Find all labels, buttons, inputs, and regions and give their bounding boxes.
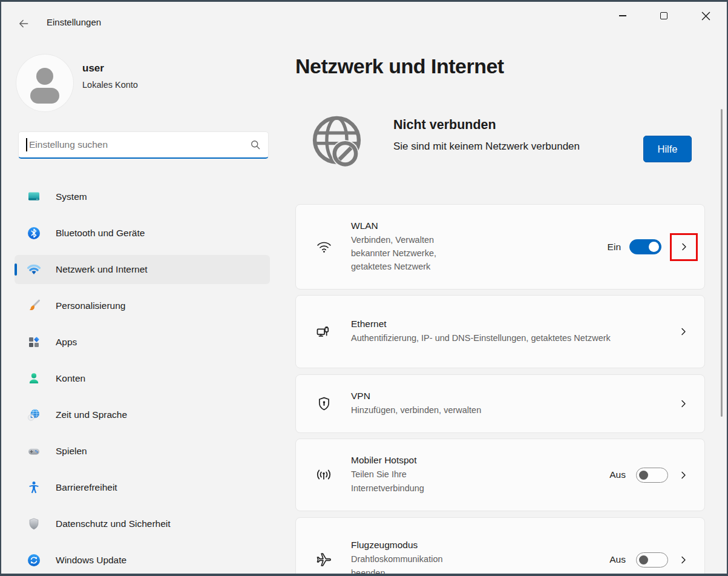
sidebar-item-windows-update[interactable]: Windows Update [15, 546, 270, 575]
sidebar-item-label: Apps [56, 337, 77, 348]
wifi-icon [316, 239, 332, 255]
airplane-icon [315, 551, 332, 568]
card-title: Flugzeugmodus [351, 540, 457, 551]
toggle-state-label: Aus [609, 469, 626, 480]
apps-icon [27, 335, 41, 349]
search-icon [249, 139, 261, 151]
bluetooth-icon [27, 226, 41, 240]
hotspot-icon [315, 466, 332, 483]
toggle-knob [649, 242, 659, 252]
account-type: Lokales Konto [82, 80, 138, 90]
text-caret [26, 138, 27, 151]
sidebar-item-personalization[interactable]: Personalisierung [15, 291, 270, 320]
card-subtitle: Drahtloskommunikation beenden [351, 552, 457, 576]
card-title: Mobiler Hotspot [351, 455, 442, 466]
sidebar-item-label: Konten [56, 373, 85, 384]
sidebar-item-accounts[interactable]: Konten [15, 364, 270, 393]
connection-status: Nicht verbunden Sie sind mit keinem Netz… [295, 108, 705, 176]
windows-update-icon [27, 553, 41, 568]
network-icon [27, 262, 41, 277]
card-title: VPN [351, 391, 481, 402]
sidebar-item-bluetooth[interactable]: Bluetooth und Geräte [15, 219, 270, 248]
sidebar-item-label: Zeit und Sprache [56, 409, 127, 420]
card-subtitle: Verbinden, Verwalten bekannter Netzwerke… [351, 233, 454, 273]
avatar [16, 55, 73, 111]
vpn-card[interactable]: VPN Hinzufügen, verbinden, verwalten [295, 374, 705, 433]
settings-cards: WLAN Verbinden, Verwalten bekannter Netz… [295, 204, 705, 576]
toggle-state-label: Ein [608, 242, 621, 253]
accessibility-icon [27, 480, 41, 495]
sidebar-item-privacy[interactable]: Datenschutz und Sicherheit [15, 509, 270, 538]
status-subtitle: Sie sind mit keinem Netzwerk verbunden [393, 141, 580, 153]
card-subtitle: Authentifizierung, IP- und DNS-Einstellu… [351, 331, 611, 345]
toggle-knob [639, 471, 648, 480]
airplane-mode-toggle[interactable] [636, 552, 668, 568]
chevron-right-icon[interactable] [678, 399, 689, 409]
sidebar-item-label: Spielen [56, 446, 87, 457]
main-content: Netzwerk und Internet Nicht verbunden Si… [295, 0, 705, 576]
privacy-icon [27, 517, 41, 531]
time-language-icon [27, 408, 41, 422]
toggle-knob [639, 555, 648, 564]
ethernet-icon [315, 323, 332, 340]
help-button[interactable]: Hilfe [643, 136, 692, 162]
chevron-right-icon[interactable] [679, 242, 689, 252]
sidebar-item-gaming[interactable]: Spielen [15, 437, 270, 466]
user-name: user [82, 62, 104, 74]
status-title: Nicht verbunden [393, 118, 580, 133]
wlan-toggle[interactable] [629, 239, 661, 254]
search-input[interactable] [18, 131, 269, 159]
hotspot-toggle[interactable] [636, 468, 668, 483]
sidebar-item-label: System [56, 191, 87, 202]
sidebar-item-accessibility[interactable]: Barrierefreiheit [15, 473, 270, 502]
sidebar-item-label: Bluetooth und Geräte [56, 228, 145, 239]
sidebar-item-label: Datenschutz und Sicherheit [56, 518, 171, 529]
sidebar-item-label: Windows Update [56, 555, 126, 566]
mobile-hotspot-card[interactable]: Mobiler Hotspot Teilen Sie Ihre Internet… [295, 439, 705, 511]
vpn-shield-icon [316, 396, 332, 412]
system-icon [27, 190, 41, 204]
airplane-mode-card[interactable]: Flugzeugmodus Drahtloskommunikation been… [295, 517, 705, 576]
red-annotation-box [670, 233, 698, 261]
personalization-icon [27, 299, 41, 313]
wlan-card[interactable]: WLAN Verbinden, Verwalten bekannter Netz… [295, 204, 705, 290]
card-subtitle: Teilen Sie Ihre Internetverbindung [351, 468, 442, 494]
sidebar-item-system[interactable]: System [15, 182, 270, 211]
chevron-right-icon[interactable] [678, 470, 689, 480]
chevron-right-icon[interactable] [678, 555, 689, 565]
card-title: WLAN [351, 220, 454, 231]
card-subtitle: Hinzufügen, verbinden, verwalten [351, 403, 481, 417]
ethernet-card[interactable]: Ethernet Authentifizierung, IP- und DNS-… [295, 295, 705, 368]
sidebar-item-network[interactable]: Netzwerk und Internet [15, 255, 270, 284]
back-button[interactable] [16, 16, 31, 31]
accounts-icon [27, 371, 41, 386]
user-profile[interactable]: user Lokales Konto [16, 55, 258, 113]
gaming-icon [27, 444, 41, 458]
app-title: Einstellungen [47, 17, 101, 27]
sidebar-item-time-language[interactable]: Zeit und Sprache [15, 400, 270, 429]
chevron-right-icon[interactable] [678, 326, 689, 337]
sidebar-nav: System Bluetooth und Geräte Netzwerk und… [15, 182, 270, 576]
search-box [18, 131, 269, 159]
selected-accent-bar [15, 263, 17, 276]
sidebar-item-label: Barrierefreiheit [56, 482, 117, 493]
back-arrow-icon [18, 18, 30, 30]
page-title: Netzwerk und Internet [295, 55, 504, 78]
sidebar-item-label: Personalisierung [56, 300, 125, 311]
sidebar-item-label: Netzwerk und Internet [56, 264, 148, 275]
globe-offline-icon [304, 110, 369, 174]
toggle-state-label: Aus [609, 554, 626, 565]
sidebar-item-apps[interactable]: Apps [15, 328, 270, 357]
card-title: Ethernet [351, 319, 611, 329]
vertical-scrollbar[interactable] [721, 109, 723, 417]
